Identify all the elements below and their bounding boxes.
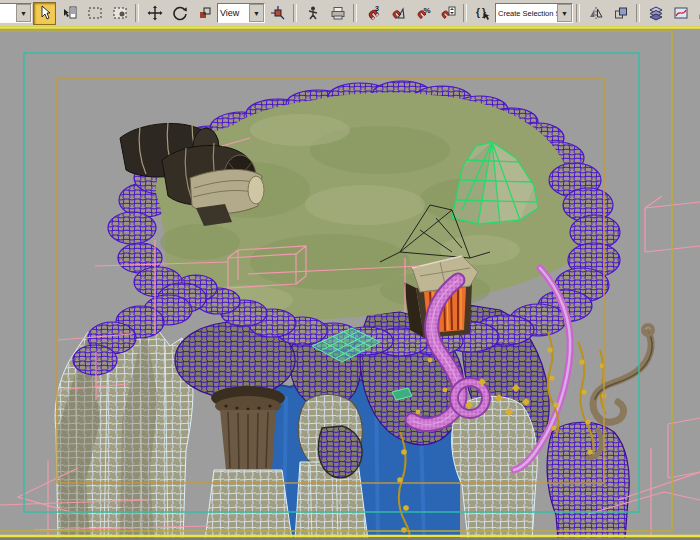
3d-studio-max-window: { "window": {"toolbar_bg": "#d2cec5", "v… bbox=[0, 0, 700, 540]
select-and-manipulate-button[interactable] bbox=[301, 2, 324, 25]
mirror-icon bbox=[588, 5, 604, 21]
select-and-rotate-button[interactable] bbox=[168, 2, 191, 25]
schematic-view-button[interactable] bbox=[694, 2, 700, 25]
create-selection-set-dropdown[interactable]: Create Selection Set ▼ bbox=[495, 3, 573, 23]
hanging-rock-chunk[interactable] bbox=[318, 426, 362, 478]
use-pivot-point-center-button[interactable] bbox=[266, 2, 289, 25]
selection-set-value: Create Selection Set bbox=[496, 9, 557, 18]
dashed-rect-icon bbox=[87, 5, 103, 21]
crossing-selection-icon bbox=[112, 5, 128, 21]
magnet-percent-icon: % bbox=[415, 5, 431, 21]
chevron-down-icon[interactable]: ▼ bbox=[249, 4, 264, 22]
svg-text:%: % bbox=[423, 6, 430, 15]
named-selection-sets-button[interactable]: { } bbox=[471, 2, 494, 25]
selection-filter-dropdown[interactable]: ▼ bbox=[0, 3, 32, 23]
cursor-arrow-icon bbox=[37, 5, 53, 21]
chevron-down-icon[interactable]: ▼ bbox=[557, 4, 572, 22]
toolbar-separator bbox=[576, 4, 580, 22]
curve-editor-icon bbox=[673, 5, 689, 21]
layers-icon bbox=[648, 5, 664, 21]
toolbar-separator bbox=[135, 4, 139, 22]
main-toolbar: ▼ View ▼ 3 % bbox=[0, 0, 700, 27]
magnet-3d-icon: 3 bbox=[365, 5, 381, 21]
chevron-down-icon[interactable]: ▼ bbox=[16, 4, 31, 22]
mirror-button[interactable] bbox=[584, 2, 607, 25]
magnet-spinner-icon bbox=[440, 5, 456, 21]
toolbar-separator bbox=[463, 4, 467, 22]
keyboard-shortcut-override-button[interactable] bbox=[326, 2, 349, 25]
printer-icon bbox=[330, 5, 346, 21]
window-crossing-toggle-button[interactable] bbox=[108, 2, 131, 25]
braces-icon: { } bbox=[475, 5, 491, 21]
angle-snap-toggle-button[interactable] bbox=[386, 2, 409, 25]
select-object-button[interactable] bbox=[33, 2, 56, 25]
rectangular-selection-region-button[interactable] bbox=[83, 2, 106, 25]
toolbar-separator bbox=[353, 4, 357, 22]
select-and-move-button[interactable] bbox=[143, 2, 166, 25]
rotate-icon bbox=[172, 5, 188, 21]
toolbar-separator bbox=[636, 4, 640, 22]
percent-snap-toggle-button[interactable]: % bbox=[411, 2, 434, 25]
select-by-name-button[interactable] bbox=[58, 2, 81, 25]
toolbar-separator bbox=[293, 4, 297, 22]
magnet-angle-icon bbox=[390, 5, 406, 21]
spinner-snap-toggle-button[interactable] bbox=[436, 2, 459, 25]
svg-text:3: 3 bbox=[375, 5, 379, 12]
align-icon bbox=[613, 5, 629, 21]
move-icon bbox=[147, 5, 163, 21]
pivot-center-icon bbox=[270, 5, 286, 21]
align-button[interactable] bbox=[609, 2, 632, 25]
curve-editor-button[interactable] bbox=[669, 2, 692, 25]
select-and-scale-button[interactable] bbox=[193, 2, 216, 25]
layer-manager-button[interactable] bbox=[644, 2, 667, 25]
perspective-viewport[interactable] bbox=[0, 26, 700, 540]
snap-toggle-3d-button[interactable]: 3 bbox=[361, 2, 384, 25]
scale-icon bbox=[197, 5, 213, 21]
select-by-name-icon bbox=[62, 5, 78, 21]
person-icon bbox=[305, 5, 321, 21]
coordinate-system-value: View bbox=[218, 8, 249, 18]
reference-coordinate-system-dropdown[interactable]: View ▼ bbox=[217, 3, 265, 23]
